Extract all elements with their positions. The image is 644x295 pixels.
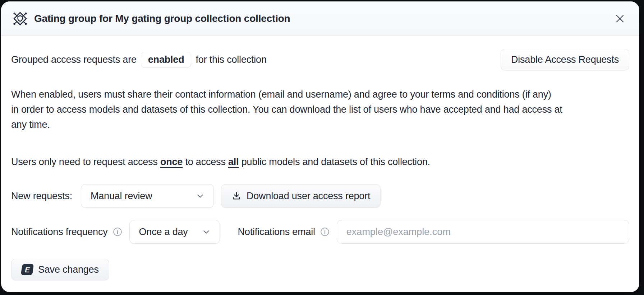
modal-title: Gating group for My gating group collect…	[34, 13, 290, 24]
notifications-frequency-select[interactable]: Once a day	[129, 220, 220, 244]
new-requests-select[interactable]: Manual review	[81, 184, 214, 208]
status-badge: enabled	[141, 52, 192, 68]
modal-header: Gating group for My gating group collect…	[1, 1, 639, 36]
notifications-email-label: Notifications email	[238, 226, 315, 238]
note-middle: to access	[183, 156, 228, 167]
status-text-before: Grouped access requests are	[11, 54, 137, 65]
chevron-down-icon	[195, 191, 206, 201]
new-requests-selected-value: Manual review	[91, 191, 152, 202]
close-button[interactable]	[613, 11, 627, 26]
note-line: Users only need to request access once t…	[11, 154, 629, 169]
download-button-label: Download user access report	[247, 191, 370, 202]
info-icon	[113, 227, 122, 237]
close-icon	[615, 14, 625, 23]
note-prefix: Users only need to request access	[11, 156, 160, 167]
download-icon	[231, 191, 242, 201]
note-suffix: public models and datasets of this colle…	[239, 156, 430, 167]
save-button-label: Save changes	[38, 264, 99, 275]
notifications-email-input[interactable]	[337, 220, 629, 244]
note-once: once	[160, 156, 183, 167]
enterprise-icon-glyph: E	[25, 266, 30, 273]
notifications-row: Notifications frequency Once a day Notif…	[11, 220, 629, 244]
gating-group-icon	[12, 10, 28, 27]
download-user-access-report-button[interactable]: Download user access report	[221, 184, 381, 208]
note-all: all	[228, 156, 239, 167]
save-changes-button[interactable]: E Save changes	[11, 259, 109, 280]
footer-row: E Save changes	[11, 259, 629, 280]
new-requests-row: New requests: Manual review Dow	[11, 184, 629, 208]
disable-access-requests-button[interactable]: Disable Access Requests	[501, 49, 629, 70]
status-row: Grouped access requests are enabled for …	[11, 49, 629, 70]
info-icon	[320, 227, 330, 237]
description-paragraph: When enabled, users must share their con…	[11, 87, 629, 132]
notifications-frequency-selected-value: Once a day	[139, 226, 188, 238]
chevron-down-icon	[201, 226, 212, 237]
gating-group-modal: Gating group for My gating group collect…	[1, 1, 639, 292]
new-requests-label: New requests:	[11, 191, 72, 202]
notifications-frequency-label: Notifications frequency	[11, 226, 108, 238]
enterprise-icon: E	[21, 264, 34, 275]
status-text-after: for this collection	[196, 54, 266, 65]
